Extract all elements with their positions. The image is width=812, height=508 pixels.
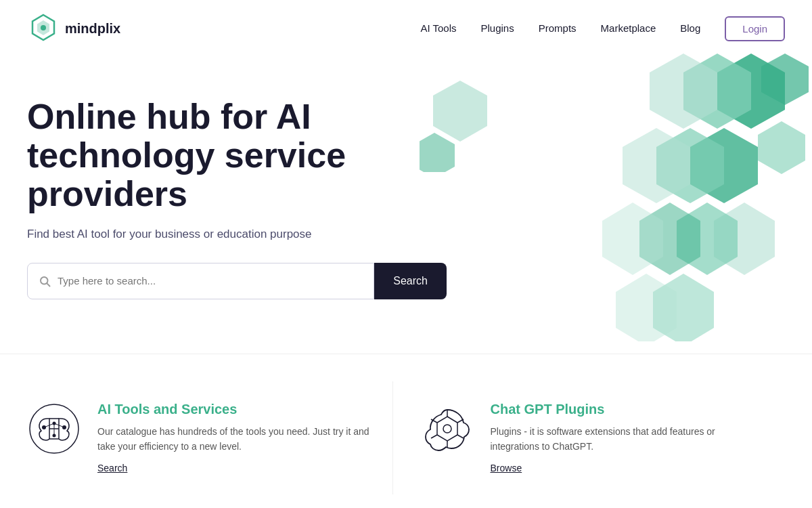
ai-tools-title: AI Tools and Services (97, 402, 372, 417)
feature-chatgpt-plugins: Chat GPT Plugins Plugins - it is softwar… (393, 381, 786, 495)
nav-marketplace[interactable]: Marketplace (601, 22, 656, 34)
nav-prompts[interactable]: Prompts (539, 22, 577, 34)
logo-text: mindplix (65, 21, 120, 37)
svg-line-34 (431, 435, 437, 438)
svg-point-36 (443, 425, 451, 433)
nav-links: AI Tools Plugins Prompts Marketplace Blo… (420, 22, 700, 35)
ai-tools-link[interactable]: Search (97, 463, 127, 473)
chatgpt-plugins-link[interactable]: Browse (491, 463, 522, 473)
nav-menu: AI Tools Plugins Prompts Marketplace Blo… (420, 16, 785, 41)
login-button[interactable]: Login (725, 16, 785, 41)
chatgpt-icon (420, 402, 474, 456)
svg-line-2 (47, 283, 49, 286)
search-button[interactable]: Search (374, 263, 447, 299)
hex-decoration-left (420, 77, 501, 172)
navbar: mindplix AI Tools Plugins Prompts Market… (0, 0, 812, 57)
hero-section: Online hub for AI technology service pro… (0, 57, 812, 299)
nav-ai-tools[interactable]: AI Tools (420, 22, 456, 34)
chatgpt-plugins-description: Plugins - it is software extensions that… (491, 424, 765, 454)
chatgpt-plugins-content: Chat GPT Plugins Plugins - it is softwar… (491, 402, 765, 475)
hero-title: Online hub for AI technology service pro… (27, 98, 447, 214)
logo-link[interactable]: mindplix (27, 12, 120, 45)
svg-marker-4 (420, 133, 455, 172)
ai-tools-description: Our catalogue has hundreds of the tools … (97, 424, 372, 454)
svg-marker-3 (433, 81, 487, 142)
ai-tools-content: AI Tools and Services Our catalogue has … (97, 402, 372, 475)
chatgpt-icon-container (420, 402, 474, 456)
chatgpt-plugins-title: Chat GPT Plugins (491, 402, 765, 417)
search-input-wrapper (27, 263, 374, 299)
search-input[interactable] (58, 275, 363, 287)
nav-plugins[interactable]: Plugins (481, 22, 514, 34)
search-bar: Search (27, 263, 447, 299)
features-section: AI Tools and Services Our catalogue has … (0, 354, 812, 495)
hero-subtitle: Find best AI tool for your business or e… (27, 228, 447, 241)
hero-text: Online hub for AI technology service pro… (27, 98, 447, 299)
svg-point-0 (41, 25, 46, 30)
feature-ai-tools: AI Tools and Services Our catalogue has … (27, 381, 393, 495)
search-icon (39, 275, 51, 287)
ai-tools-icon-container (27, 402, 81, 456)
svg-line-32 (457, 435, 464, 438)
hex-decoration-right (541, 50, 812, 341)
logo-icon (27, 12, 60, 45)
svg-marker-9 (758, 121, 805, 174)
nav-blog[interactable]: Blog (680, 22, 700, 34)
brain-icon (27, 402, 81, 456)
